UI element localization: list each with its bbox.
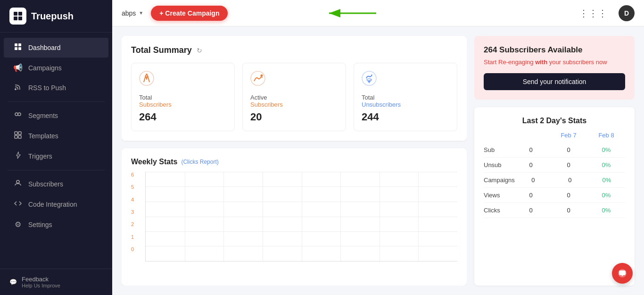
y-label-2: 2 — [131, 221, 134, 227]
v-grid-6 — [380, 172, 380, 261]
sidebar-item-label-templates: Templates — [28, 132, 58, 140]
stats-col-campaigns-pct: 0% — [588, 177, 625, 184]
svg-point-18 — [146, 74, 148, 76]
right-panel: 264 Subscribers Available Start Re-engag… — [474, 36, 635, 286]
rss-icon — [13, 83, 23, 93]
svg-rect-7 — [18, 47, 21, 50]
svg-rect-3 — [18, 17, 22, 20]
sidebar-item-dashboard[interactable]: Dashboard — [4, 38, 108, 58]
send-notification-button[interactable]: Send your notification — [484, 73, 625, 90]
workspace-name: abps — [122, 9, 136, 17]
stats-2day-title: Last 2 Day's Stats — [484, 117, 625, 125]
feedback-icon: 💬 — [9, 278, 17, 286]
stats-row-campaigns: Campaigns 0 0 0% — [484, 173, 625, 188]
cta-subtitle-highlight: with — [535, 59, 547, 66]
sidebar-divider-1 — [8, 101, 105, 102]
stats-row-label-clicks: Clicks — [484, 207, 512, 214]
stat-value-total: 264 — [139, 111, 227, 123]
sidebar-item-subscribers[interactable]: Subscribers — [4, 174, 108, 194]
chart-wrapper: 0 1 2 3 4 5 6 — [145, 172, 457, 261]
chart-subtitle: (Clicks Report) — [181, 159, 218, 165]
stats-col-views-2: 0 — [550, 192, 587, 199]
topbar: abps ▼ + Create Campaign ⋮⋮⋮ D — [112, 0, 644, 26]
y-label-4: 4 — [131, 197, 134, 202]
stat-label-active-bottom: Subscribers — [250, 101, 338, 108]
svg-rect-1 — [18, 12, 22, 16]
y-label-5: 5 — [131, 184, 134, 190]
app-name: Truepush — [31, 11, 74, 22]
svg-rect-0 — [14, 12, 17, 16]
svg-rect-5 — [18, 43, 21, 46]
refresh-icon[interactable]: ↻ — [197, 47, 202, 54]
chevron-down-icon: ▼ — [139, 10, 143, 16]
subscribers-icon — [13, 179, 23, 189]
svg-rect-14 — [18, 135, 21, 138]
workspace-selector[interactable]: abps ▼ — [122, 9, 143, 17]
stat-label-unsub-top: Total — [362, 94, 449, 101]
unsubscribers-icon — [362, 71, 449, 89]
stats-col-unsub-2: 0 — [550, 161, 587, 169]
stat-label-total-top: Total — [139, 94, 227, 101]
sidebar-footer-feedback[interactable]: 💬 Feedback Help Us Improve — [0, 269, 112, 295]
sidebar-item-segments[interactable]: Segments — [4, 106, 108, 126]
cta-card: 264 Subscribers Available Start Re-engag… — [474, 36, 635, 100]
v-grid-3 — [263, 172, 263, 261]
last-2-days-stats: Last 2 Day's Stats Feb 7 Feb 8 Sub 0 0 0… — [474, 107, 635, 286]
chart-card: Weekly Stats (Clicks Report) 0 1 2 3 4 5… — [122, 148, 467, 286]
svg-rect-4 — [15, 43, 17, 46]
sidebar-item-label-code: Code Integration — [28, 201, 77, 208]
templates-icon — [13, 131, 23, 141]
avatar[interactable]: D — [619, 5, 635, 21]
sidebar-item-settings[interactable]: ⚙ Settings — [4, 215, 108, 234]
feedback-sub-label: Help Us Improve — [22, 283, 60, 288]
cta-title: 264 Subscribers Available — [484, 45, 625, 55]
grid-icon[interactable]: ⋮⋮⋮ — [579, 8, 607, 19]
svg-point-10 — [18, 113, 21, 116]
settings-icon: ⚙ — [13, 220, 23, 229]
stats-row-label-unsub: Unsub — [484, 161, 512, 169]
chat-bubble-button[interactable] — [612, 263, 633, 284]
svg-rect-11 — [15, 132, 17, 135]
svg-rect-13 — [15, 135, 17, 138]
sidebar-item-triggers[interactable]: Triggers — [4, 146, 108, 166]
stat-label-total-bottom: Subscribers — [139, 101, 227, 108]
stat-box-unsubscribers: Total Unsubscribers 244 — [354, 63, 457, 131]
chart-header: Weekly Stats (Clicks Report) — [131, 158, 457, 166]
stat-label-active-top: Active — [250, 94, 338, 101]
create-campaign-button[interactable]: + Create Campaign — [151, 6, 228, 21]
stats-col-unsub-pct: 0% — [587, 161, 625, 169]
sidebar-item-templates[interactable]: Templates — [4, 126, 108, 146]
active-subscribers-icon — [250, 71, 338, 89]
svg-point-8 — [15, 88, 17, 90]
sidebar-item-campaigns[interactable]: 📢 Campaigns — [4, 58, 108, 77]
sidebar-item-code-integration[interactable]: Code Integration — [4, 194, 108, 214]
y-axis: 0 1 2 3 4 5 6 — [131, 172, 134, 252]
campaigns-icon: 📢 — [13, 63, 23, 72]
svg-rect-6 — [15, 47, 17, 50]
stats-col-sub-pct: 0% — [587, 146, 625, 153]
main-content: abps ▼ + Create Campaign ⋮⋮⋮ D — [112, 0, 644, 295]
stats-col-date1: Feb 7 — [550, 132, 587, 139]
stats-col-sub-1: 0 — [512, 146, 550, 153]
sidebar-nav: Dashboard 📢 Campaigns RSS to Push Seg — [0, 33, 112, 269]
stats-col-campaigns-1: 0 — [515, 177, 552, 184]
sidebar-item-label-subscribers: Subscribers — [28, 180, 63, 188]
svg-rect-12 — [18, 132, 21, 135]
svg-rect-2 — [14, 17, 17, 20]
sidebar-item-label-campaigns: Campaigns — [28, 64, 62, 72]
total-subscribers-icon — [139, 71, 227, 89]
cta-subtitle-text2: your subscribers now — [547, 59, 607, 66]
chart-title: Weekly Stats — [131, 158, 177, 166]
stats-row-sub: Sub 0 0 0% — [484, 143, 625, 158]
sidebar-item-rss[interactable]: RSS to Push — [4, 78, 108, 98]
sidebar-item-label-segments: Segments — [28, 112, 58, 119]
y-label-3: 3 — [131, 209, 134, 215]
v-grid-5 — [340, 172, 341, 261]
summary-stats: Total Subscribers 264 — [131, 63, 457, 131]
triggers-icon — [13, 152, 23, 161]
stats-2day-header: Feb 7 Feb 8 — [484, 132, 625, 139]
stat-box-total-subscribers: Total Subscribers 264 — [131, 63, 235, 131]
left-panel: Total Summary ↻ — [122, 36, 467, 286]
stats-col-views-1: 0 — [512, 192, 550, 199]
stats-col-sub-2: 0 — [550, 146, 587, 153]
